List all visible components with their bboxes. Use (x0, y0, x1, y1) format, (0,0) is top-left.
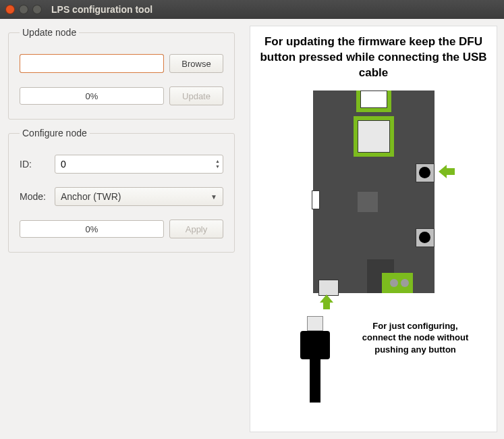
browse-button[interactable]: Browse (169, 54, 223, 73)
configure-node-legend: Configure node (20, 128, 90, 138)
chevron-down-icon: ▼ (211, 193, 217, 201)
id-value: 0 (61, 159, 215, 170)
mode-select[interactable]: Anchor (TWR) ▼ (55, 187, 223, 206)
instruction-top-text: For updating the firmware keep the DFU b… (256, 34, 491, 81)
right-pane: For updating the firmware keep the DFU b… (243, 19, 504, 439)
svg-marker-1 (320, 294, 333, 309)
left-pane: Update node Browse 0% Update Configure n… (0, 19, 243, 439)
id-label: ID: (20, 159, 49, 170)
id-spinbox[interactable]: 0 ▲▼ (55, 155, 223, 174)
firmware-file-input[interactable] (20, 54, 164, 73)
window-titlebar: LPS configuration tool (0, 0, 504, 19)
mode-label: Mode: (20, 191, 49, 202)
update-node-group: Update node Browse 0% Update (8, 27, 235, 120)
update-button[interactable]: Update (169, 86, 223, 105)
mode-value: Anchor (TWR) (61, 191, 211, 202)
spin-arrows-icon[interactable]: ▲▼ (215, 159, 221, 170)
window-close-button[interactable] (5, 5, 15, 14)
update-node-legend: Update node (20, 27, 79, 38)
window-title: LPS configuration tool (51, 4, 152, 15)
arrow-left-icon (439, 163, 455, 182)
arrow-up-icon (320, 294, 333, 313)
configure-progress: 0% (20, 220, 164, 238)
window-maximize-button[interactable] (32, 5, 42, 14)
board-diagram (313, 91, 435, 293)
svg-marker-0 (439, 165, 455, 178)
usb-plug-icon (300, 316, 330, 403)
apply-button[interactable]: Apply (169, 220, 223, 238)
window-minimize-button[interactable] (19, 5, 28, 14)
configure-node-group: Configure node ID: 0 ▲▼ Mode: Anchor (TW… (8, 128, 235, 253)
instruction-bottom-text: For just configuring, connect the node w… (362, 320, 470, 356)
instruction-panel: For updating the firmware keep the DFU b… (250, 26, 497, 432)
update-progress: 0% (20, 87, 164, 105)
